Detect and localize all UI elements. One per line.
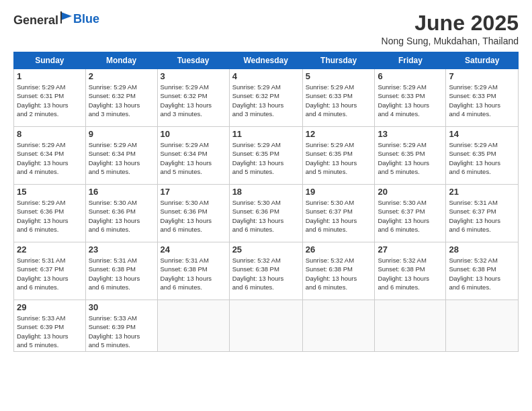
- week-row-3: 15 Sunrise: 5:29 AMSunset: 6:36 PMDaylig…: [14, 185, 519, 242]
- title-section: June 2025 Nong Sung, Mukdahan, Thailand: [382, 11, 519, 46]
- table-row: 16 Sunrise: 5:30 AMSunset: 6:36 PMDaylig…: [85, 185, 157, 242]
- logo: General Blue: [13, 11, 99, 28]
- empty-cell: [229, 300, 302, 352]
- week-row-5: 29 Sunrise: 5:33 AMSunset: 6:39 PMDaylig…: [14, 300, 519, 352]
- table-row: 17 Sunrise: 5:30 AMSunset: 6:36 PMDaylig…: [157, 185, 229, 242]
- table-row: 30 Sunrise: 5:33 AMSunset: 6:39 PMDaylig…: [85, 300, 157, 352]
- table-row: 10 Sunrise: 5:29 AMSunset: 6:34 PMDaylig…: [157, 127, 229, 185]
- table-row: 27 Sunrise: 5:32 AMSunset: 6:38 PMDaylig…: [375, 242, 446, 300]
- week-row-4: 22 Sunrise: 5:31 AMSunset: 6:37 PMDaylig…: [14, 242, 519, 300]
- logo-general: General: [13, 11, 73, 28]
- empty-cell: [375, 300, 446, 352]
- svg-rect-1: [60, 11, 62, 24]
- table-row: 6 Sunrise: 5:29 AMSunset: 6:33 PMDayligh…: [375, 69, 446, 127]
- month-title: June 2025: [382, 11, 519, 36]
- table-row: 8 Sunrise: 5:29 AMSunset: 6:34 PMDayligh…: [14, 127, 86, 185]
- header-wednesday: Wednesday: [229, 52, 302, 69]
- table-row: 13 Sunrise: 5:29 AMSunset: 6:35 PMDaylig…: [375, 127, 446, 185]
- header-tuesday: Tuesday: [157, 52, 229, 69]
- table-row: 18 Sunrise: 5:30 AMSunset: 6:36 PMDaylig…: [229, 185, 302, 242]
- header-monday: Monday: [85, 52, 157, 69]
- table-row: 29 Sunrise: 5:33 AMSunset: 6:39 PMDaylig…: [14, 300, 86, 352]
- table-row: 3 Sunrise: 5:29 AMSunset: 6:32 PMDayligh…: [157, 69, 229, 127]
- table-row: 25 Sunrise: 5:32 AMSunset: 6:38 PMDaylig…: [229, 242, 302, 300]
- table-row: 1 Sunrise: 5:29 AMSunset: 6:31 PMDayligh…: [14, 69, 86, 127]
- week-row-1: 1 Sunrise: 5:29 AMSunset: 6:31 PMDayligh…: [14, 69, 519, 127]
- empty-cell: [157, 300, 229, 352]
- header-sunday: Sunday: [14, 52, 86, 69]
- logo-flag-icon: [60, 11, 73, 24]
- svg-marker-0: [61, 12, 72, 20]
- calendar-table: Sunday Monday Tuesday Wednesday Thursday…: [13, 52, 519, 352]
- page: General Blue June 2025 Nong Sung, Mukdah…: [0, 0, 532, 411]
- table-row: 19 Sunrise: 5:30 AMSunset: 6:37 PMDaylig…: [302, 185, 375, 242]
- header: General Blue June 2025 Nong Sung, Mukdah…: [13, 11, 519, 46]
- header-saturday: Saturday: [446, 52, 519, 69]
- table-row: 4 Sunrise: 5:29 AMSunset: 6:32 PMDayligh…: [229, 69, 302, 127]
- table-row: 5 Sunrise: 5:29 AMSunset: 6:33 PMDayligh…: [302, 69, 375, 127]
- table-row: 11 Sunrise: 5:29 AMSunset: 6:35 PMDaylig…: [229, 127, 302, 185]
- table-row: 28 Sunrise: 5:32 AMSunset: 6:38 PMDaylig…: [446, 242, 519, 300]
- table-row: 20 Sunrise: 5:30 AMSunset: 6:37 PMDaylig…: [375, 185, 446, 242]
- table-row: 14 Sunrise: 5:29 AMSunset: 6:35 PMDaylig…: [446, 127, 519, 185]
- week-row-2: 8 Sunrise: 5:29 AMSunset: 6:34 PMDayligh…: [14, 127, 519, 185]
- table-row: 12 Sunrise: 5:29 AMSunset: 6:35 PMDaylig…: [302, 127, 375, 185]
- table-row: 26 Sunrise: 5:32 AMSunset: 6:38 PMDaylig…: [302, 242, 375, 300]
- table-row: 7 Sunrise: 5:29 AMSunset: 6:33 PMDayligh…: [446, 69, 519, 127]
- table-row: 21 Sunrise: 5:31 AMSunset: 6:37 PMDaylig…: [446, 185, 519, 242]
- table-row: 2 Sunrise: 5:29 AMSunset: 6:32 PMDayligh…: [85, 69, 157, 127]
- header-thursday: Thursday: [302, 52, 375, 69]
- table-row: 15 Sunrise: 5:29 AMSunset: 6:36 PMDaylig…: [14, 185, 86, 242]
- header-friday: Friday: [375, 52, 446, 69]
- weekday-header-row: Sunday Monday Tuesday Wednesday Thursday…: [14, 52, 519, 69]
- table-row: 22 Sunrise: 5:31 AMSunset: 6:37 PMDaylig…: [14, 242, 86, 300]
- location-title: Nong Sung, Mukdahan, Thailand: [382, 36, 519, 46]
- table-row: 23 Sunrise: 5:31 AMSunset: 6:38 PMDaylig…: [85, 242, 157, 300]
- empty-cell: [302, 300, 375, 352]
- table-row: 9 Sunrise: 5:29 AMSunset: 6:34 PMDayligh…: [85, 127, 157, 185]
- table-row: 24 Sunrise: 5:31 AMSunset: 6:38 PMDaylig…: [157, 242, 229, 300]
- empty-cell: [446, 300, 519, 352]
